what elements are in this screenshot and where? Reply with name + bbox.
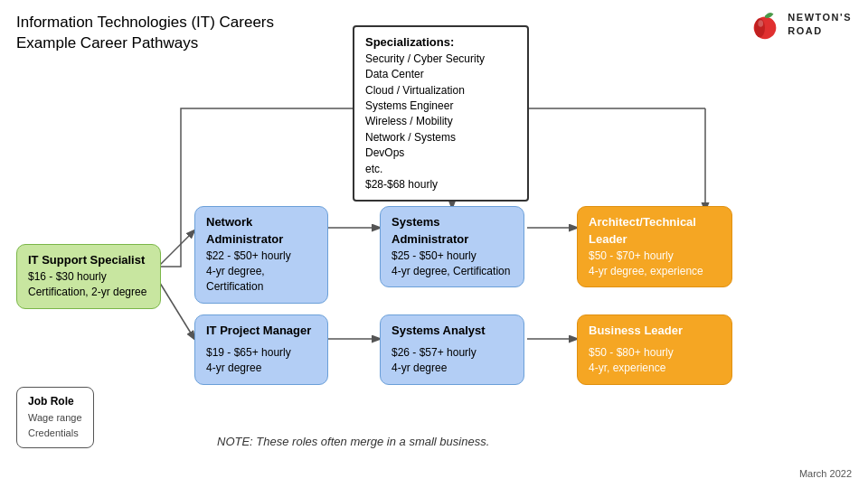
- legend-title: Job Role: [28, 393, 82, 410]
- systems-analyst-box: Systems Analyst $26 - $57+ hourly 4-yr d…: [380, 314, 524, 385]
- spec-title: Specializations:: [365, 34, 516, 52]
- systems-admin-title: Systems Administrator: [392, 214, 513, 249]
- date-label: March 2022: [799, 468, 852, 479]
- business-leader-box: Business Leader $50 - $80+ hourly 4-yr, …: [577, 314, 732, 385]
- architect-box: Architect/Technical Leader $50 - $70+ ho…: [577, 206, 732, 287]
- logo: NEWTON'S ROAD: [748, 7, 852, 42]
- svg-line-4: [158, 280, 194, 339]
- systems-admin-cred: 4-yr degree, Certification: [392, 264, 513, 279]
- architect-title: Architect/Technical Leader: [589, 214, 721, 249]
- network-admin-cred: 4-yr degree, Certification: [206, 264, 316, 296]
- it-pm-cred: 4-yr degree: [206, 361, 316, 376]
- legend-wage: Wage range: [28, 410, 82, 427]
- architect-wage: $50 - $70+ hourly: [589, 249, 721, 264]
- business-leader-title: Business Leader: [589, 323, 721, 340]
- svg-point-2: [759, 20, 764, 27]
- systems-analyst-cred: 4-yr degree: [392, 361, 513, 376]
- it-support-box: IT Support Specialist $16 - $30 hourly C…: [16, 244, 161, 309]
- network-admin-box: Network Administrator $22 - $50+ hourly …: [194, 206, 328, 304]
- business-leader-cred: 4-yr, experience: [589, 361, 721, 376]
- specializations-box: Specializations: Security / Cyber Securi…: [353, 25, 529, 202]
- bottom-note: NOTE: These roles often merge in a small…: [217, 435, 489, 448]
- systems-analyst-wage: $26 - $57+ hourly: [392, 345, 513, 361]
- it-pm-title: IT Project Manager: [206, 323, 316, 340]
- systems-admin-wage: $25 - $50+ hourly: [392, 249, 513, 264]
- architect-cred: 4-yr degree, experience: [589, 264, 721, 279]
- legend-cred: Credentials: [28, 426, 82, 442]
- spec-items: Security / Cyber Security Data Center Cl…: [365, 52, 516, 193]
- legend: Job Role Wage range Credentials: [16, 387, 94, 448]
- network-admin-title: Network Administrator: [206, 214, 316, 249]
- business-leader-wage: $50 - $80+ hourly: [589, 345, 721, 361]
- systems-analyst-title: Systems Analyst: [392, 323, 513, 340]
- it-support-title: IT Support Specialist: [28, 252, 149, 269]
- svg-line-3: [158, 230, 194, 267]
- logo-icon: [748, 7, 782, 42]
- page-title: Information Technologies (IT) Careers Ex…: [16, 13, 274, 54]
- logo-text: NEWTON'S ROAD: [788, 11, 852, 39]
- it-pm-wage: $19 - $65+ hourly: [206, 345, 316, 361]
- it-pm-box: IT Project Manager $19 - $65+ hourly 4-y…: [194, 314, 328, 385]
- it-support-cred: Certification, 2-yr degree: [28, 285, 149, 300]
- it-support-wage: $16 - $30 hourly: [28, 269, 149, 285]
- network-admin-wage: $22 - $50+ hourly: [206, 249, 316, 264]
- systems-admin-box: Systems Administrator $25 - $50+ hourly …: [380, 206, 524, 287]
